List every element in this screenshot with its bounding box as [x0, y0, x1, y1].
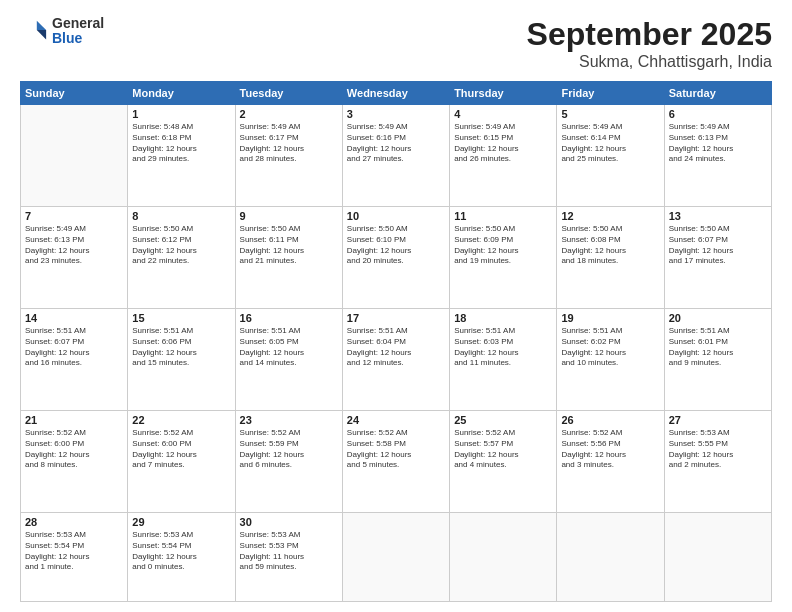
day-number: 3	[347, 108, 445, 120]
calendar-cell: 19Sunrise: 5:51 AM Sunset: 6:02 PM Dayli…	[557, 309, 664, 411]
calendar-cell: 26Sunrise: 5:52 AM Sunset: 5:56 PM Dayli…	[557, 411, 664, 513]
cell-info: Sunrise: 5:51 AM Sunset: 6:06 PM Dayligh…	[132, 326, 230, 369]
cell-info: Sunrise: 5:51 AM Sunset: 6:04 PM Dayligh…	[347, 326, 445, 369]
calendar-cell: 25Sunrise: 5:52 AM Sunset: 5:57 PM Dayli…	[450, 411, 557, 513]
day-number: 23	[240, 414, 338, 426]
logo: General Blue	[20, 16, 104, 47]
calendar-cell: 27Sunrise: 5:53 AM Sunset: 5:55 PM Dayli…	[664, 411, 771, 513]
weekday-header-friday: Friday	[557, 82, 664, 105]
cell-info: Sunrise: 5:52 AM Sunset: 5:56 PM Dayligh…	[561, 428, 659, 471]
logo-blue: Blue	[52, 31, 104, 46]
title-block: September 2025 Sukma, Chhattisgarh, Indi…	[527, 16, 772, 71]
day-number: 20	[669, 312, 767, 324]
cell-info: Sunrise: 5:49 AM Sunset: 6:13 PM Dayligh…	[25, 224, 123, 267]
cell-info: Sunrise: 5:51 AM Sunset: 6:07 PM Dayligh…	[25, 326, 123, 369]
cell-info: Sunrise: 5:50 AM Sunset: 6:08 PM Dayligh…	[561, 224, 659, 267]
day-number: 12	[561, 210, 659, 222]
cell-info: Sunrise: 5:53 AM Sunset: 5:54 PM Dayligh…	[25, 530, 123, 573]
day-number: 4	[454, 108, 552, 120]
calendar-cell: 22Sunrise: 5:52 AM Sunset: 6:00 PM Dayli…	[128, 411, 235, 513]
day-number: 10	[347, 210, 445, 222]
weekday-header-monday: Monday	[128, 82, 235, 105]
calendar-cell: 7Sunrise: 5:49 AM Sunset: 6:13 PM Daylig…	[21, 207, 128, 309]
day-number: 25	[454, 414, 552, 426]
day-number: 13	[669, 210, 767, 222]
day-number: 16	[240, 312, 338, 324]
weekday-header-thursday: Thursday	[450, 82, 557, 105]
cell-info: Sunrise: 5:49 AM Sunset: 6:14 PM Dayligh…	[561, 122, 659, 165]
day-number: 2	[240, 108, 338, 120]
day-number: 15	[132, 312, 230, 324]
title-month: September 2025	[527, 16, 772, 53]
cell-info: Sunrise: 5:51 AM Sunset: 6:03 PM Dayligh…	[454, 326, 552, 369]
cell-info: Sunrise: 5:52 AM Sunset: 6:00 PM Dayligh…	[132, 428, 230, 471]
cell-info: Sunrise: 5:49 AM Sunset: 6:13 PM Dayligh…	[669, 122, 767, 165]
calendar-cell	[664, 513, 771, 602]
logo-text: General Blue	[52, 16, 104, 47]
week-row-4: 21Sunrise: 5:52 AM Sunset: 6:00 PM Dayli…	[21, 411, 772, 513]
calendar-cell: 10Sunrise: 5:50 AM Sunset: 6:10 PM Dayli…	[342, 207, 449, 309]
day-number: 30	[240, 516, 338, 528]
day-number: 26	[561, 414, 659, 426]
day-number: 22	[132, 414, 230, 426]
calendar-cell: 9Sunrise: 5:50 AM Sunset: 6:11 PM Daylig…	[235, 207, 342, 309]
calendar-cell: 24Sunrise: 5:52 AM Sunset: 5:58 PM Dayli…	[342, 411, 449, 513]
calendar-cell	[342, 513, 449, 602]
calendar-cell: 14Sunrise: 5:51 AM Sunset: 6:07 PM Dayli…	[21, 309, 128, 411]
calendar-cell: 29Sunrise: 5:53 AM Sunset: 5:54 PM Dayli…	[128, 513, 235, 602]
day-number: 18	[454, 312, 552, 324]
cell-info: Sunrise: 5:53 AM Sunset: 5:53 PM Dayligh…	[240, 530, 338, 573]
cell-info: Sunrise: 5:53 AM Sunset: 5:54 PM Dayligh…	[132, 530, 230, 573]
day-number: 28	[25, 516, 123, 528]
header: General Blue September 2025 Sukma, Chhat…	[20, 16, 772, 71]
week-row-3: 14Sunrise: 5:51 AM Sunset: 6:07 PM Dayli…	[21, 309, 772, 411]
cell-info: Sunrise: 5:50 AM Sunset: 6:11 PM Dayligh…	[240, 224, 338, 267]
cell-info: Sunrise: 5:49 AM Sunset: 6:17 PM Dayligh…	[240, 122, 338, 165]
day-number: 9	[240, 210, 338, 222]
cell-info: Sunrise: 5:52 AM Sunset: 6:00 PM Dayligh…	[25, 428, 123, 471]
logo-general: General	[52, 16, 104, 31]
day-number: 27	[669, 414, 767, 426]
cell-info: Sunrise: 5:50 AM Sunset: 6:09 PM Dayligh…	[454, 224, 552, 267]
week-row-1: 1Sunrise: 5:48 AM Sunset: 6:18 PM Daylig…	[21, 105, 772, 207]
calendar-cell: 13Sunrise: 5:50 AM Sunset: 6:07 PM Dayli…	[664, 207, 771, 309]
calendar-cell: 5Sunrise: 5:49 AM Sunset: 6:14 PM Daylig…	[557, 105, 664, 207]
page: General Blue September 2025 Sukma, Chhat…	[0, 0, 792, 612]
weekday-header-tuesday: Tuesday	[235, 82, 342, 105]
calendar-cell: 28Sunrise: 5:53 AM Sunset: 5:54 PM Dayli…	[21, 513, 128, 602]
week-row-5: 28Sunrise: 5:53 AM Sunset: 5:54 PM Dayli…	[21, 513, 772, 602]
day-number: 8	[132, 210, 230, 222]
day-number: 29	[132, 516, 230, 528]
calendar-cell: 20Sunrise: 5:51 AM Sunset: 6:01 PM Dayli…	[664, 309, 771, 411]
day-number: 7	[25, 210, 123, 222]
svg-marker-0	[37, 21, 46, 30]
calendar-cell: 2Sunrise: 5:49 AM Sunset: 6:17 PM Daylig…	[235, 105, 342, 207]
calendar-cell: 30Sunrise: 5:53 AM Sunset: 5:53 PM Dayli…	[235, 513, 342, 602]
calendar-cell: 3Sunrise: 5:49 AM Sunset: 6:16 PM Daylig…	[342, 105, 449, 207]
weekday-header-saturday: Saturday	[664, 82, 771, 105]
calendar-cell: 1Sunrise: 5:48 AM Sunset: 6:18 PM Daylig…	[128, 105, 235, 207]
calendar-cell: 23Sunrise: 5:52 AM Sunset: 5:59 PM Dayli…	[235, 411, 342, 513]
weekday-header-wednesday: Wednesday	[342, 82, 449, 105]
day-number: 17	[347, 312, 445, 324]
cell-info: Sunrise: 5:49 AM Sunset: 6:15 PM Dayligh…	[454, 122, 552, 165]
svg-marker-1	[37, 30, 46, 39]
calendar-cell: 4Sunrise: 5:49 AM Sunset: 6:15 PM Daylig…	[450, 105, 557, 207]
cell-info: Sunrise: 5:52 AM Sunset: 5:58 PM Dayligh…	[347, 428, 445, 471]
calendar-cell	[557, 513, 664, 602]
cell-info: Sunrise: 5:50 AM Sunset: 6:12 PM Dayligh…	[132, 224, 230, 267]
day-number: 5	[561, 108, 659, 120]
calendar-cell: 8Sunrise: 5:50 AM Sunset: 6:12 PM Daylig…	[128, 207, 235, 309]
cell-info: Sunrise: 5:51 AM Sunset: 6:05 PM Dayligh…	[240, 326, 338, 369]
calendar-cell: 11Sunrise: 5:50 AM Sunset: 6:09 PM Dayli…	[450, 207, 557, 309]
calendar-cell: 6Sunrise: 5:49 AM Sunset: 6:13 PM Daylig…	[664, 105, 771, 207]
calendar-cell	[21, 105, 128, 207]
day-number: 6	[669, 108, 767, 120]
day-number: 14	[25, 312, 123, 324]
calendar-cell: 15Sunrise: 5:51 AM Sunset: 6:06 PM Dayli…	[128, 309, 235, 411]
week-row-2: 7Sunrise: 5:49 AM Sunset: 6:13 PM Daylig…	[21, 207, 772, 309]
title-location: Sukma, Chhattisgarh, India	[527, 53, 772, 71]
day-number: 1	[132, 108, 230, 120]
cell-info: Sunrise: 5:52 AM Sunset: 5:57 PM Dayligh…	[454, 428, 552, 471]
calendar-cell	[450, 513, 557, 602]
